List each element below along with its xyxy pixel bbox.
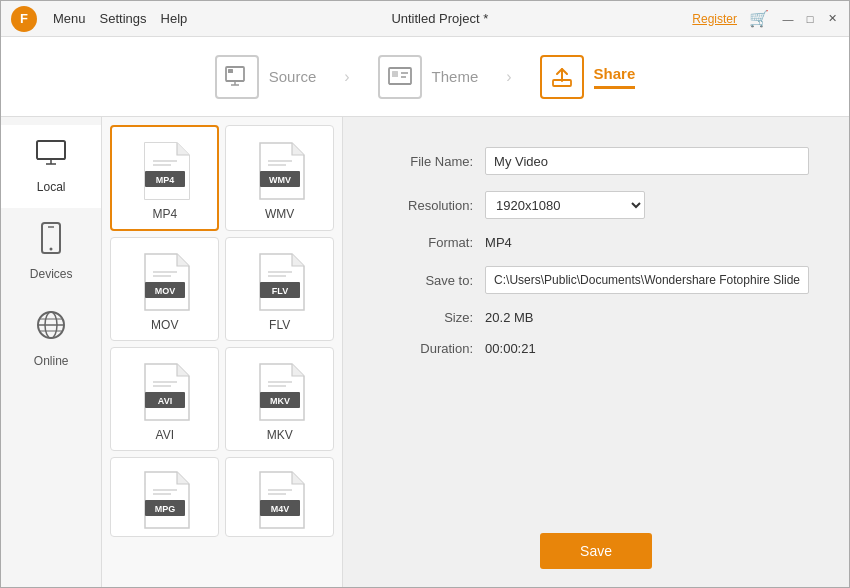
resolution-select[interactable]: 1920x1080 1280x720 854x480 640x360	[485, 191, 645, 219]
theme-step-icon	[378, 55, 422, 99]
menu-menu[interactable]: Menu	[53, 11, 86, 26]
titlebar-right: Register 🛒 — □ ✕	[692, 9, 839, 28]
window-title: Untitled Project *	[391, 11, 488, 26]
sidebar-item-devices[interactable]: Devices	[1, 208, 101, 295]
avi-label: AVI	[156, 428, 174, 442]
svg-text:WMV: WMV	[269, 175, 291, 185]
wmv-label: WMV	[265, 207, 294, 221]
svg-text:AVI: AVI	[158, 396, 172, 406]
sidebar-item-local[interactable]: Local	[1, 125, 101, 208]
menu-settings[interactable]: Settings	[100, 11, 147, 26]
size-value: 20.2 MB	[485, 310, 533, 325]
window-controls: — □ ✕	[781, 12, 839, 26]
size-row: Size: 20.2 MB	[383, 310, 809, 325]
sidebar-item-online[interactable]: Online	[1, 295, 101, 382]
m4v-file-icon: M4V	[254, 470, 306, 530]
right-panel: File Name: Resolution: 1920x1080 1280x72…	[343, 117, 849, 588]
wizard-step-source[interactable]: Source	[195, 55, 337, 99]
duration-label: Duration:	[383, 341, 473, 356]
mov-file-icon: MOV	[139, 252, 191, 312]
register-link[interactable]: Register	[692, 12, 737, 26]
mov-label: MOV	[151, 318, 178, 332]
svg-text:MP4: MP4	[156, 175, 175, 185]
svg-text:MOV: MOV	[155, 286, 176, 296]
sidebar: Local Devices On	[1, 117, 102, 588]
titlebar-left: F Menu Settings Help	[11, 6, 187, 32]
app-logo: F	[11, 6, 37, 32]
svg-rect-11	[37, 141, 65, 159]
sidebar-devices-label: Devices	[30, 267, 73, 281]
mkv-label: MKV	[267, 428, 293, 442]
svg-text:M4V: M4V	[270, 504, 289, 514]
duration-value: 00:00:21	[485, 341, 536, 356]
file-name-row: File Name:	[383, 147, 809, 175]
wizard-step-theme[interactable]: Theme	[358, 55, 499, 99]
menu-items: Menu Settings Help	[53, 11, 187, 26]
wizard-bar: Source › Theme › Share	[1, 37, 849, 117]
wmv-file-icon: WMV	[254, 141, 306, 201]
theme-step-label: Theme	[432, 68, 479, 85]
save-to-path[interactable]: C:\Users\Public\Documents\Wondershare Fo…	[485, 266, 809, 294]
mpg-file-icon: MPG	[139, 470, 191, 530]
save-button[interactable]: Save	[540, 533, 652, 569]
svg-text:MKV: MKV	[270, 396, 290, 406]
mkv-file-icon: MKV	[254, 362, 306, 422]
file-name-input[interactable]	[485, 147, 809, 175]
wizard-step-share[interactable]: Share	[520, 55, 656, 99]
source-step-icon	[215, 55, 259, 99]
format-card-wmv[interactable]: WMV WMV	[225, 125, 334, 231]
resolution-row: Resolution: 1920x1080 1280x720 854x480 6…	[383, 191, 809, 219]
svg-point-16	[50, 248, 53, 251]
source-step-label: Source	[269, 68, 317, 85]
cart-icon[interactable]: 🛒	[749, 9, 769, 28]
wizard-arrow-2: ›	[498, 68, 519, 86]
minimize-button[interactable]: —	[781, 12, 795, 26]
svg-rect-1	[228, 69, 233, 73]
flv-file-icon: FLV	[254, 252, 306, 312]
format-card-mp4[interactable]: MP4 MP4	[110, 125, 219, 231]
format-grid: MP4 MP4 WMV	[110, 125, 334, 537]
avi-file-icon: AVI	[139, 362, 191, 422]
format-row: Format: MP4	[383, 235, 809, 250]
format-card-m4v[interactable]: M4V	[225, 457, 334, 537]
monitor-icon	[35, 139, 67, 174]
format-card-mkv[interactable]: MKV MKV	[225, 347, 334, 451]
svg-text:MPG: MPG	[155, 504, 176, 514]
sidebar-local-label: Local	[37, 180, 66, 194]
duration-row: Duration: 00:00:21	[383, 341, 809, 356]
titlebar: F Menu Settings Help Untitled Project * …	[1, 1, 849, 37]
format-card-mpg[interactable]: MPG	[110, 457, 219, 537]
menu-help[interactable]: Help	[161, 11, 188, 26]
format-card-mov[interactable]: MOV MOV	[110, 237, 219, 341]
phone-icon	[39, 222, 63, 261]
main-content: Local Devices On	[1, 117, 849, 588]
save-to-row: Save to: C:\Users\Public\Documents\Wonde…	[383, 266, 809, 294]
resolution-label: Resolution:	[383, 198, 473, 213]
mp4-label: MP4	[152, 207, 177, 221]
svg-text:FLV: FLV	[271, 286, 287, 296]
globe-icon	[35, 309, 67, 348]
format-value: MP4	[485, 235, 512, 250]
sidebar-online-label: Online	[34, 354, 69, 368]
save-to-label: Save to:	[383, 273, 473, 288]
format-card-avi[interactable]: AVI AVI	[110, 347, 219, 451]
format-label: Format:	[383, 235, 473, 250]
wizard-arrow-1: ›	[336, 68, 357, 86]
file-name-label: File Name:	[383, 154, 473, 169]
format-area: MP4 MP4 WMV	[102, 117, 343, 588]
size-label: Size:	[383, 310, 473, 325]
share-step-label: Share	[594, 65, 636, 89]
flv-label: FLV	[269, 318, 290, 332]
close-button[interactable]: ✕	[825, 12, 839, 26]
share-step-icon	[540, 55, 584, 99]
mp4-file-icon: MP4	[139, 141, 191, 201]
format-card-flv[interactable]: FLV FLV	[225, 237, 334, 341]
svg-rect-6	[392, 71, 398, 77]
maximize-button[interactable]: □	[803, 12, 817, 26]
